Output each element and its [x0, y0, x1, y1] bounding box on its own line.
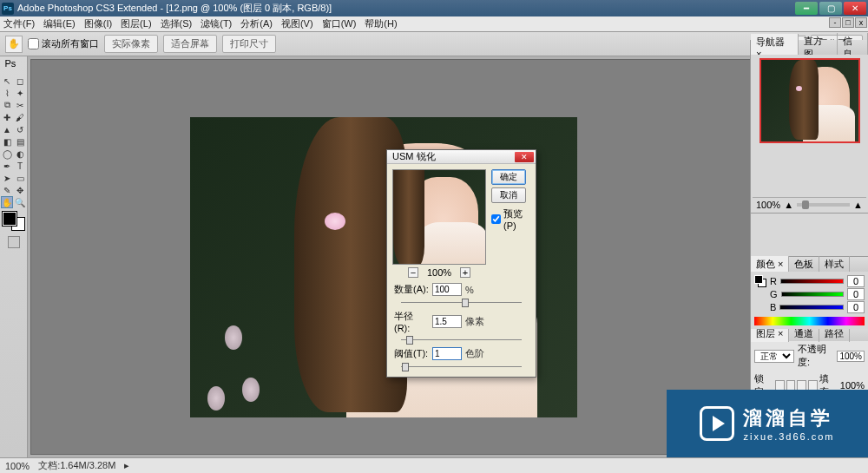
hand-tool-icon[interactable]: ✋ — [5, 36, 23, 53]
slice-tool[interactable]: ✂ — [14, 99, 26, 111]
dialog-zoom-value: 100% — [427, 267, 451, 278]
preview-checkbox-input[interactable] — [491, 214, 501, 224]
crop-tool[interactable]: ⧉ — [1, 99, 13, 111]
ok-button[interactable]: 确定 — [491, 169, 526, 185]
type-tool[interactable]: T — [14, 160, 26, 172]
scroll-all-checkbox-input[interactable] — [28, 38, 39, 49]
move-tool[interactable]: ↖ — [1, 75, 13, 87]
doc-restore-button[interactable]: □ — [842, 17, 854, 28]
navigator-zoom[interactable]: 100% — [756, 200, 780, 210]
eyedropper-tool[interactable]: ✥ — [14, 184, 26, 196]
tab-swatches[interactable]: 色板 — [789, 256, 819, 273]
tab-styles[interactable]: 样式 — [819, 256, 850, 273]
minimize-button[interactable]: ━ — [795, 2, 818, 15]
menu-image[interactable]: 图像(I) — [84, 17, 112, 30]
usm-sharpen-dialog: USM 锐化 ✕ − 100% + 确定 取消 — [386, 149, 536, 378]
color-spectrum[interactable] — [754, 317, 865, 325]
shape-tool[interactable]: ▭ — [14, 172, 26, 184]
menu-layer[interactable]: 图层(L) — [121, 17, 151, 30]
menu-analysis[interactable]: 分析(A) — [240, 17, 273, 30]
radius-slider[interactable] — [401, 338, 522, 343]
tab-color[interactable]: 颜色 × — [751, 256, 789, 273]
menu-edit[interactable]: 编辑(E) — [43, 17, 76, 30]
doc-close-button[interactable]: x — [855, 17, 867, 28]
threshold-unit: 色阶 — [465, 347, 484, 360]
amount-unit: % — [465, 285, 474, 295]
menu-help[interactable]: 帮助(H) — [365, 17, 397, 30]
zoom-out-icon[interactable]: ▲ — [784, 200, 793, 210]
navigator-zoom-slider[interactable] — [797, 203, 850, 207]
eraser-tool[interactable]: ◧ — [1, 135, 13, 148]
quick-mask-button[interactable] — [8, 236, 20, 248]
gradient-tool[interactable]: ▤ — [14, 135, 26, 148]
bg-flower-icon — [207, 386, 225, 411]
app-icon: Ps — [2, 3, 14, 15]
watermark-title: 溜溜自学 — [743, 405, 834, 431]
dialog-titlebar[interactable]: USM 锐化 ✕ — [387, 150, 536, 164]
pen-tool[interactable]: ✒ — [1, 160, 13, 172]
heal-tool[interactable]: ✚ — [1, 111, 13, 123]
amount-input[interactable] — [432, 283, 462, 296]
green-slider[interactable] — [781, 292, 844, 297]
opacity-value[interactable]: 100% — [837, 351, 865, 362]
threshold-input[interactable] — [432, 347, 462, 360]
navigator-panel: 导航器 × 直方图 信息 100% ▲ ▲ — [751, 40, 868, 214]
scroll-all-windows-checkbox[interactable]: 滚动所有窗口 — [28, 37, 99, 50]
radius-unit: 像素 — [465, 315, 484, 328]
color-panel: 颜色 × 色板 样式 R0 G0 B0 — [751, 257, 868, 326]
notes-tool[interactable]: ✎ — [1, 184, 13, 196]
zoom-in-icon[interactable]: ▲ — [853, 200, 863, 210]
blue-value[interactable]: 0 — [847, 301, 865, 313]
green-value[interactable]: 0 — [847, 288, 865, 300]
lasso-tool[interactable]: ⌇ — [1, 87, 13, 99]
threshold-label: 阈值(T): — [394, 347, 429, 360]
zoom-in-button[interactable]: + — [460, 267, 470, 278]
close-button[interactable]: ✕ — [844, 2, 866, 15]
dialog-close-button[interactable]: ✕ — [515, 152, 534, 162]
amount-label: 数量(A): — [394, 283, 429, 296]
window-titlebar: Ps Adobe Photoshop CS3 Extended - [12.pn… — [0, 0, 868, 16]
radius-input[interactable] — [432, 315, 462, 328]
status-doc-size[interactable]: 文档:1.64M/3.28M — [38, 459, 115, 472]
dodge-tool[interactable]: ◐ — [14, 148, 26, 160]
cancel-button[interactable]: 取消 — [491, 187, 526, 203]
status-arrow-icon[interactable]: ▸ — [124, 460, 129, 471]
preview-checkbox[interactable]: 预览(P) — [491, 207, 530, 231]
threshold-slider[interactable] — [401, 365, 522, 370]
brush-tool[interactable]: 🖌 — [14, 111, 26, 123]
maximize-button[interactable]: ▢ — [819, 2, 842, 15]
bg-flower-icon — [225, 325, 242, 350]
toolbox-header-icon: Ps — [5, 58, 23, 72]
hand-tool[interactable]: ✋ — [1, 196, 13, 208]
menu-file[interactable]: 文件(F) — [3, 17, 35, 30]
red-value[interactable]: 0 — [847, 275, 865, 287]
history-brush-tool[interactable]: ↺ — [14, 123, 26, 135]
radius-label: 半径(R): — [394, 310, 429, 333]
menu-window[interactable]: 窗口(W) — [322, 17, 357, 30]
marquee-tool[interactable]: ◻ — [14, 75, 26, 87]
options-bar: ✋ 滚动所有窗口 实际像素 适合屏幕 打印尺寸 ▦ 工作区 ▾ — [0, 32, 868, 56]
navigator-thumbnail[interactable] — [760, 58, 860, 143]
blue-slider[interactable] — [779, 305, 844, 310]
blur-tool[interactable]: ◯ — [1, 148, 13, 160]
red-slider[interactable] — [780, 279, 844, 284]
doc-minimize-button[interactable]: - — [829, 17, 841, 28]
fit-screen-button[interactable]: 适合屏幕 — [163, 35, 217, 53]
stamp-tool[interactable]: ▲ — [1, 123, 13, 135]
status-bar: 100% 文档:1.64M/3.28M ▸ — [0, 457, 868, 473]
zoom-tool[interactable]: 🔍 — [14, 196, 26, 208]
amount-slider[interactable] — [401, 300, 522, 305]
status-zoom[interactable]: 100% — [5, 461, 30, 471]
dialog-preview[interactable] — [392, 169, 486, 265]
color-fg-bg[interactable] — [754, 275, 766, 287]
zoom-out-button[interactable]: − — [408, 267, 418, 278]
menu-select[interactable]: 选择(S) — [161, 17, 193, 30]
color-swatches[interactable] — [3, 212, 25, 231]
wand-tool[interactable]: ✦ — [14, 87, 26, 99]
menu-view[interactable]: 视图(V) — [281, 17, 313, 30]
path-select-tool[interactable]: ➤ — [1, 172, 13, 184]
menu-filter[interactable]: 滤镜(T) — [201, 17, 232, 30]
blend-mode-select[interactable]: 正常 — [754, 350, 794, 363]
actual-pixels-button[interactable]: 实际像素 — [104, 35, 158, 53]
print-size-button[interactable]: 打印尺寸 — [222, 35, 276, 53]
